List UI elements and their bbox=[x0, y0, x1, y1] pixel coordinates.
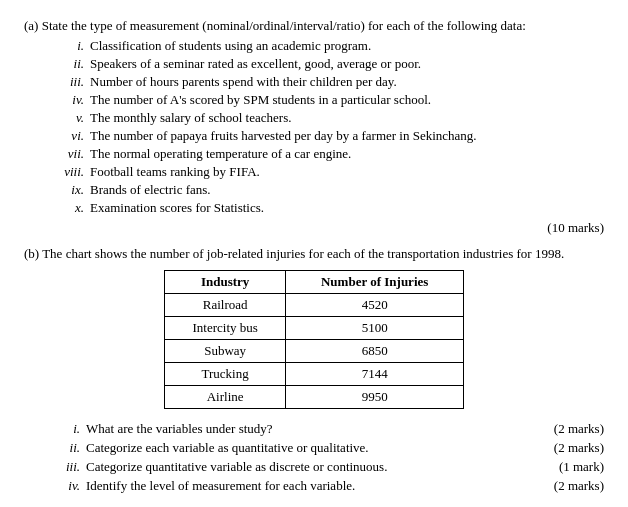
list-item: v.The monthly salary of school teachers. bbox=[48, 110, 604, 126]
list-num: vii. bbox=[48, 146, 84, 162]
sub-question-item: iv.Identify the level of measurement for… bbox=[48, 478, 604, 494]
list-text: Classification of students using an acad… bbox=[90, 38, 604, 54]
table-cell: 6850 bbox=[286, 340, 464, 363]
part-b: (b) The chart shows the number of job-re… bbox=[24, 246, 604, 494]
table-row: Railroad4520 bbox=[165, 294, 464, 317]
list-text: Examination scores for Statistics. bbox=[90, 200, 604, 216]
part-a-title: (a) State the type of measurement (nomin… bbox=[24, 18, 604, 34]
list-text: Football teams ranking by FIFA. bbox=[90, 164, 604, 180]
sub-marks: (2 marks) bbox=[524, 440, 604, 456]
table-header: Number of Injuries bbox=[286, 271, 464, 294]
table-cell: 7144 bbox=[286, 363, 464, 386]
list-num: ii. bbox=[48, 56, 84, 72]
sub-question-item: i.What are the variables under study?(2 … bbox=[48, 421, 604, 437]
table-header: Industry bbox=[165, 271, 286, 294]
table-cell: 4520 bbox=[286, 294, 464, 317]
list-num: iii. bbox=[48, 74, 84, 90]
table-cell: 5100 bbox=[286, 317, 464, 340]
list-item: i.Classification of students using an ac… bbox=[48, 38, 604, 54]
list-item: ix.Brands of electric fans. bbox=[48, 182, 604, 198]
table-cell: Trucking bbox=[165, 363, 286, 386]
part-a: (a) State the type of measurement (nomin… bbox=[24, 18, 604, 236]
table-cell: Intercity bus bbox=[165, 317, 286, 340]
list-item: vii.The normal operating temperature of … bbox=[48, 146, 604, 162]
part-a-list: i.Classification of students using an ac… bbox=[48, 38, 604, 216]
list-text: The number of A's scored by SPM students… bbox=[90, 92, 604, 108]
list-text: Brands of electric fans. bbox=[90, 182, 604, 198]
part-a-marks: (10 marks) bbox=[24, 220, 604, 236]
table-row: Trucking7144 bbox=[165, 363, 464, 386]
list-text: Speakers of a seminar rated as excellent… bbox=[90, 56, 604, 72]
sub-marks: (2 marks) bbox=[524, 421, 604, 437]
sub-marks: (2 marks) bbox=[524, 478, 604, 494]
table-row: Airline9950 bbox=[165, 386, 464, 409]
sub-num: iv. bbox=[48, 478, 80, 494]
table-cell: 9950 bbox=[286, 386, 464, 409]
list-num: viii. bbox=[48, 164, 84, 180]
sub-num: ii. bbox=[48, 440, 80, 456]
table-cell: Subway bbox=[165, 340, 286, 363]
sub-text: What are the variables under study? bbox=[86, 421, 524, 437]
list-item: ii.Speakers of a seminar rated as excell… bbox=[48, 56, 604, 72]
list-num: iv. bbox=[48, 92, 84, 108]
list-item: viii.Football teams ranking by FIFA. bbox=[48, 164, 604, 180]
list-num: ix. bbox=[48, 182, 84, 198]
list-item: x.Examination scores for Statistics. bbox=[48, 200, 604, 216]
list-text: Number of hours parents spend with their… bbox=[90, 74, 604, 90]
sub-num: i. bbox=[48, 421, 80, 437]
sub-text: Identify the level of measurement for ea… bbox=[86, 478, 524, 494]
table-row: Intercity bus5100 bbox=[165, 317, 464, 340]
sub-questions: i.What are the variables under study?(2 … bbox=[48, 421, 604, 494]
list-text: The normal operating temperature of a ca… bbox=[90, 146, 604, 162]
list-item: vi.The number of papaya fruits harvested… bbox=[48, 128, 604, 144]
list-num: i. bbox=[48, 38, 84, 54]
sub-question-item: ii.Categorize each variable as quantitat… bbox=[48, 440, 604, 456]
sub-question-item: iii.Categorize quantitative variable as … bbox=[48, 459, 604, 475]
list-text: The monthly salary of school teachers. bbox=[90, 110, 604, 126]
injury-table: IndustryNumber of Injuries Railroad4520I… bbox=[164, 270, 464, 409]
list-num: vi. bbox=[48, 128, 84, 144]
sub-text: Categorize each variable as quantitative… bbox=[86, 440, 524, 456]
list-item: iii.Number of hours parents spend with t… bbox=[48, 74, 604, 90]
table-cell: Airline bbox=[165, 386, 286, 409]
list-item: iv.The number of A's scored by SPM stude… bbox=[48, 92, 604, 108]
sub-text: Categorize quantitative variable as disc… bbox=[86, 459, 524, 475]
list-num: x. bbox=[48, 200, 84, 216]
list-text: The number of papaya fruits harvested pe… bbox=[90, 128, 604, 144]
table-cell: Railroad bbox=[165, 294, 286, 317]
sub-marks: (1 mark) bbox=[524, 459, 604, 475]
part-b-title: (b) The chart shows the number of job-re… bbox=[24, 246, 604, 262]
table-row: Subway6850 bbox=[165, 340, 464, 363]
list-num: v. bbox=[48, 110, 84, 126]
sub-num: iii. bbox=[48, 459, 80, 475]
